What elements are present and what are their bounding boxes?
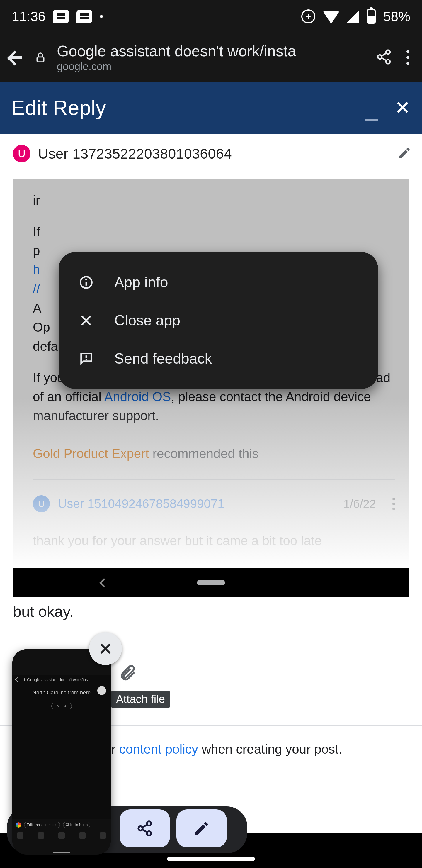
browser-menu-icon[interactable]: [403, 50, 413, 65]
menu-item-label: App info: [114, 274, 168, 291]
cell-signal-icon: [347, 10, 359, 23]
wifi-icon: [323, 11, 339, 24]
quoted-text: Op: [33, 320, 50, 334]
notification-message-icon: [53, 10, 69, 23]
reply-continuation: but okay.: [0, 597, 422, 632]
thumb-avatar: [97, 686, 106, 695]
attach-file-label: Attach file: [111, 690, 170, 708]
quoted-text: ir: [33, 191, 395, 210]
menu-item-label: Close app: [114, 312, 180, 329]
browser-toolbar: Google assistant doesn't work/insta goog…: [0, 33, 422, 82]
thumb-chip: Cities in North: [63, 822, 90, 828]
svg-point-6: [85, 279, 87, 280]
notification-message-icon: [76, 10, 92, 23]
thumb-lock-icon: [22, 678, 25, 682]
close-icon[interactable]: [394, 99, 411, 117]
status-bar: 11:36 + 58%: [0, 0, 422, 33]
svg-point-11: [147, 831, 151, 836]
thumb-chip: Edit transport mode: [24, 822, 60, 828]
gold-product-expert-label: Gold Product Expert: [33, 446, 149, 461]
share-icon[interactable]: [376, 49, 392, 66]
status-time: 11:36: [12, 8, 45, 24]
data-saver-icon: +: [301, 9, 315, 24]
battery-icon: [367, 9, 376, 24]
reply-menu-icon: [392, 498, 395, 510]
quoted-link: h: [33, 262, 40, 277]
avatar: U: [33, 495, 50, 512]
nested-nav-bar: [13, 568, 409, 597]
menu-item-app-info[interactable]: App info: [59, 264, 378, 302]
thumb-edit-pill: ✎Edit: [51, 703, 72, 709]
recommendation-line: Gold Product Expert recommended this: [33, 444, 395, 463]
svg-point-1: [386, 50, 390, 54]
reply-body-cut: thank you for your answer but it came a …: [33, 531, 395, 550]
edit-reply-title: Edit Reply: [11, 96, 365, 120]
nested-back-icon: [99, 578, 108, 587]
notification-dot-icon: [100, 15, 103, 18]
screenshot-share-button[interactable]: [120, 809, 170, 847]
author-name: User 13723522203801036064: [38, 146, 390, 162]
info-icon: [78, 275, 94, 290]
menu-item-send-feedback[interactable]: Send feedback: [59, 340, 378, 378]
thumb-back-icon: [15, 677, 20, 682]
reply-date: 1/6/22: [344, 495, 376, 513]
android-os-link: Android OS: [104, 390, 171, 404]
dismiss-thumbnail-button[interactable]: [89, 632, 122, 665]
reply-user-link: User 15104924678584999071: [58, 495, 225, 513]
quoted-text: If: [33, 222, 395, 241]
thumb-share-icon: ⋮: [103, 677, 107, 682]
svg-point-9: [147, 822, 151, 826]
menu-item-label: Send feedback: [114, 350, 212, 367]
reply-header-row: U User 15104924678584999071 1/6/22: [33, 491, 395, 525]
battery-percent: 58%: [383, 8, 410, 24]
screenshot-thumbnail[interactable]: Google assistant doesn't work/ins… ⋮ Nor…: [12, 649, 111, 855]
svg-point-10: [138, 826, 143, 831]
lock-icon[interactable]: [35, 51, 46, 64]
attach-file-button[interactable]: Attach file: [111, 661, 170, 708]
nested-home-pill-icon: [197, 580, 225, 585]
content-policy-link[interactable]: content policy: [119, 742, 198, 756]
svg-point-2: [378, 55, 382, 59]
author-row: U User 13723522203801036064: [0, 134, 422, 166]
thumb-subtitle: North Carolina from here: [12, 684, 111, 701]
quoted-link: //: [33, 281, 40, 296]
screenshot-edit-button[interactable]: [176, 809, 227, 847]
back-icon[interactable]: [9, 50, 24, 65]
close-icon: [78, 313, 94, 328]
page-domain: google.com: [57, 60, 365, 73]
page-title: Google assistant doesn't work/insta: [57, 42, 365, 60]
edit-reply-header: Edit Reply: [0, 82, 422, 134]
svg-point-8: [86, 359, 87, 361]
svg-rect-0: [37, 57, 44, 62]
thumb-title: Google assistant doesn't work/ins…: [27, 677, 101, 682]
feedback-icon: [78, 351, 94, 366]
edit-author-icon[interactable]: [397, 146, 412, 161]
google-icon: [16, 822, 21, 828]
menu-item-close-app[interactable]: Close app: [59, 302, 378, 340]
minimize-icon[interactable]: [365, 119, 378, 121]
context-menu: App info Close app Send feedback: [59, 252, 378, 389]
svg-point-3: [386, 60, 390, 64]
url-bar[interactable]: Google assistant doesn't work/insta goog…: [57, 42, 365, 73]
avatar: U: [13, 145, 30, 162]
